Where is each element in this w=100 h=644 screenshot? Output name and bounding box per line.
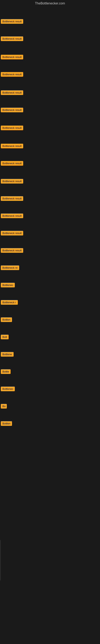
result-row-16: Bottlenec [0, 282, 100, 289]
bottleneck-badge-15[interactable]: Bottleneck re [1, 266, 19, 270]
bottleneck-badge-2[interactable]: Bottleneck result [1, 36, 23, 41]
result-row-6: Bottleneck result [0, 107, 100, 114]
bottleneck-badge-19[interactable]: Bott [1, 335, 9, 339]
bottleneck-badge-9[interactable]: Bottleneck result [1, 161, 23, 166]
result-row-21: Bottle [0, 368, 100, 376]
result-row-20: Bottlene [0, 351, 100, 358]
result-row-5: Bottleneck result [0, 90, 100, 96]
bottleneck-badge-18[interactable]: Bottlen [1, 317, 12, 322]
result-row-9: Bottleneck result [0, 160, 100, 167]
results-container: Bottleneck resultBottleneck resultBottle… [0, 7, 100, 644]
bottleneck-badge-5[interactable]: Bottleneck result [1, 90, 23, 95]
bottleneck-badge-23[interactable]: Bo [1, 404, 7, 408]
result-row-1: Bottleneck result [0, 18, 100, 25]
result-row-14: Bottleneck result [0, 247, 100, 254]
result-row-23: Bo [0, 403, 100, 410]
bottleneck-badge-3[interactable]: Bottleneck result [1, 55, 23, 59]
result-row-18: Bottlen [0, 316, 100, 324]
bottleneck-badge-4[interactable]: Bottleneck result [1, 72, 23, 77]
result-row-17: Bottleneck r [0, 299, 100, 306]
bottleneck-badge-6[interactable]: Bottleneck result [1, 108, 23, 112]
bottleneck-badge-8[interactable]: Bottleneck result [1, 144, 23, 148]
bottleneck-badge-13[interactable]: Bottleneck result [1, 231, 23, 236]
bottleneck-badge-1[interactable]: Bottleneck result [1, 19, 23, 24]
result-row-7: Bottleneck result [0, 125, 100, 132]
result-row-19: Bott [0, 334, 100, 341]
result-row-4: Bottleneck result [0, 71, 100, 78]
result-row-22: Bottlenec [0, 386, 100, 393]
bottleneck-badge-11[interactable]: Bottleneck result [1, 196, 23, 201]
result-row-3: Bottleneck result [0, 54, 100, 61]
result-row-2: Bottleneck result [0, 36, 100, 43]
result-row-15: Bottleneck re [0, 265, 100, 272]
result-row-24: Bottlen [0, 420, 100, 428]
bottleneck-badge-12[interactable]: Bottleneck result [1, 214, 23, 218]
site-title: TheBottlenecker.com [0, 0, 100, 7]
result-row-11: Bottleneck result [0, 196, 100, 202]
bottleneck-badge-22[interactable]: Bottlenec [1, 386, 15, 391]
bottleneck-badge-24[interactable]: Bottlen [1, 421, 12, 426]
result-row-13: Bottleneck result [0, 230, 100, 237]
result-row-12: Bottleneck result [0, 213, 100, 220]
bottleneck-badge-17[interactable]: Bottleneck r [1, 300, 18, 305]
bottleneck-badge-21[interactable]: Bottle [1, 369, 11, 374]
bottleneck-badge-16[interactable]: Bottlenec [1, 283, 15, 288]
bottleneck-badge-7[interactable]: Bottleneck result [1, 126, 23, 130]
bottleneck-badge-14[interactable]: Bottleneck result [1, 248, 23, 253]
bottleneck-badge-20[interactable]: Bottlene [1, 352, 14, 356]
result-row-10: Bottleneck result [0, 178, 100, 185]
bottleneck-badge-10[interactable]: Bottleneck result [1, 179, 23, 184]
result-row-8: Bottleneck result [0, 143, 100, 150]
